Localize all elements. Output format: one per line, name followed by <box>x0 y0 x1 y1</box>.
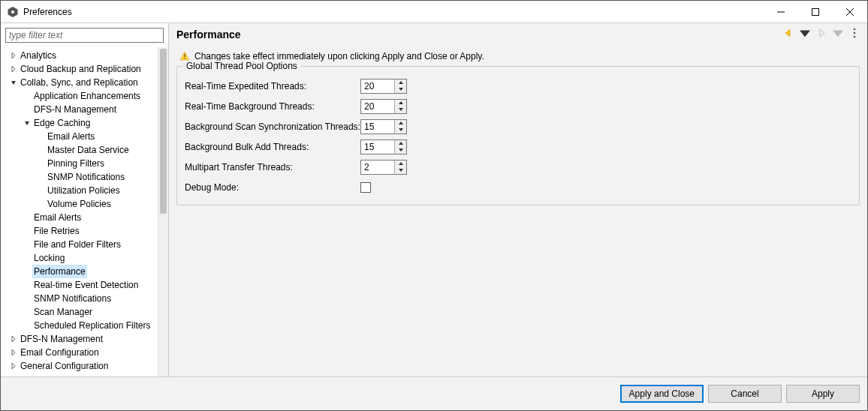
rt-background-input[interactable] <box>361 100 394 113</box>
tree-item[interactable]: Cloud Backup and Replication <box>1 62 158 76</box>
preferences-tree[interactable]: AnalyticsCloud Backup and ReplicationCol… <box>1 47 158 376</box>
spinner-down-icon[interactable] <box>395 127 406 134</box>
chevron-down-icon[interactable] <box>22 120 32 126</box>
nav-back-button[interactable] <box>783 28 794 40</box>
apply-button[interactable]: Apply <box>786 385 860 403</box>
tree-item-label: DFS-N Management <box>32 103 118 116</box>
tree-item[interactable]: SNMP Notifications <box>1 292 158 305</box>
tree-item[interactable]: Pinning Filters <box>1 157 158 170</box>
debug-mode-label: Debug Mode: <box>185 182 360 193</box>
warning-icon <box>179 51 190 62</box>
rt-background-label: Real-Time Background Threads: <box>185 101 360 112</box>
tree-item[interactable]: Email Alerts <box>1 211 158 224</box>
spinner-up-icon[interactable] <box>395 80 406 86</box>
tree-item-label: General Configuration <box>19 359 110 373</box>
tree-item-label: Cloud Backup and Replication <box>19 62 143 76</box>
chevron-down-icon[interactable] <box>8 80 19 86</box>
rt-background-spinner[interactable] <box>360 99 407 114</box>
tree-item[interactable]: Analytics <box>1 49 158 62</box>
tree-item[interactable]: SNMP Notifications <box>1 170 158 184</box>
tree-item-label: DFS-N Management <box>19 332 104 346</box>
sidebar: AnalyticsCloud Backup and ReplicationCol… <box>1 23 169 376</box>
scrollbar-thumb[interactable] <box>160 49 167 214</box>
spinner-up-icon[interactable] <box>395 100 406 106</box>
tree-item[interactable]: General Configuration <box>1 359 158 373</box>
bg-scan-sync-spinner[interactable] <box>360 119 407 134</box>
tree-item[interactable]: DFS-N Management <box>1 103 158 116</box>
tree-scrollbar[interactable] <box>158 47 168 376</box>
tree-item[interactable]: Edge Caching <box>1 116 158 130</box>
tree-item[interactable]: Application Enhancements <box>1 89 158 103</box>
filter-input[interactable] <box>5 28 164 43</box>
tree-item-label: Collab, Sync, and Replication <box>19 76 140 89</box>
nav-forward-button[interactable] <box>816 28 827 40</box>
chevron-right-icon[interactable] <box>8 350 19 356</box>
tree-item-label: Email Alerts <box>32 211 83 224</box>
tree-item-label: Analytics <box>19 49 58 62</box>
tree-item[interactable]: Master Data Service <box>1 143 158 157</box>
nav-back-menu[interactable] <box>800 28 810 40</box>
cancel-button[interactable]: Cancel <box>708 385 782 403</box>
tree-item[interactable]: Performance <box>1 265 158 278</box>
spinner-up-icon[interactable] <box>395 140 406 147</box>
tree-item-label: SNMP Notifications <box>32 292 113 305</box>
svg-rect-10 <box>184 58 185 58</box>
debug-mode-checkbox[interactable] <box>360 182 371 193</box>
chevron-right-icon[interactable] <box>8 52 19 58</box>
group-title: Global Thread Pool Options <box>183 61 300 71</box>
tree-item[interactable]: File Retries <box>1 224 158 238</box>
bg-bulk-add-spinner[interactable] <box>360 140 407 154</box>
apply-and-close-button[interactable]: Apply and Close <box>620 385 704 403</box>
tree-item[interactable]: Scheduled Replication Filters <box>1 319 158 332</box>
tree-item[interactable]: File and Folder Filters <box>1 238 158 251</box>
spinner-down-icon[interactable] <box>395 147 406 154</box>
tree-item[interactable]: Real-time Event Detection <box>1 278 158 292</box>
maximize-button[interactable] <box>798 1 833 22</box>
tree-item[interactable]: Email Configuration <box>1 346 158 359</box>
tree-item[interactable]: DFS-N Management <box>1 332 158 346</box>
tree-item-label: File and Folder Filters <box>32 238 122 251</box>
view-menu-icon[interactable] <box>849 28 860 40</box>
minimize-button[interactable] <box>764 1 798 22</box>
rt-expedited-spinner[interactable] <box>360 79 407 94</box>
spinner-down-icon[interactable] <box>395 106 406 113</box>
multipart-spinner[interactable] <box>360 160 407 175</box>
bg-bulk-add-input[interactable] <box>361 140 394 154</box>
svg-rect-3 <box>812 8 819 15</box>
svg-point-1 <box>11 10 14 14</box>
tree-item[interactable]: Scan Manager <box>1 305 158 319</box>
rt-expedited-input[interactable] <box>361 80 394 93</box>
footer: Apply and Close Cancel Apply <box>1 376 867 410</box>
bg-scan-sync-input[interactable] <box>361 120 394 134</box>
tree-item[interactable]: Volume Policies <box>1 197 158 211</box>
tree-item[interactable]: Utilization Policies <box>1 184 158 197</box>
spinner-up-icon[interactable] <box>395 120 406 127</box>
chevron-right-icon[interactable] <box>8 363 19 369</box>
tree-item-label: Scheduled Replication Filters <box>32 319 152 332</box>
tree-item-label: File Retries <box>32 224 81 238</box>
bg-bulk-add-label: Background Bulk Add Threads: <box>185 142 360 152</box>
tree-item-label: Email Alerts <box>46 130 96 143</box>
bg-scan-sync-label: Background Scan Synchronization Threads: <box>185 122 360 132</box>
tree-item-label: Master Data Service <box>46 143 131 157</box>
tree-item[interactable]: Email Alerts <box>1 130 158 143</box>
tree-item-label: Email Configuration <box>19 346 101 359</box>
tree-item-label: Application Enhancements <box>32 89 142 103</box>
tree-item[interactable]: Locking <box>1 251 158 265</box>
tree-item-label: Utilization Policies <box>46 184 122 197</box>
multipart-input[interactable] <box>361 160 394 174</box>
chevron-right-icon[interactable] <box>8 336 19 342</box>
spinner-down-icon[interactable] <box>395 86 406 93</box>
close-button[interactable] <box>833 1 867 22</box>
svg-point-6 <box>854 28 856 31</box>
tree-item[interactable]: Collab, Sync, and Replication <box>1 76 158 89</box>
global-thread-pool-group: Global Thread Pool Options Real-Time Exp… <box>176 66 860 206</box>
svg-point-7 <box>854 32 856 34</box>
svg-rect-9 <box>184 54 185 57</box>
tree-item-label: Performance <box>32 265 87 278</box>
tree-item-label: Locking <box>32 251 66 265</box>
spinner-down-icon[interactable] <box>395 167 406 174</box>
nav-forward-menu[interactable] <box>833 28 843 40</box>
chevron-right-icon[interactable] <box>8 66 19 72</box>
spinner-up-icon[interactable] <box>395 160 406 167</box>
